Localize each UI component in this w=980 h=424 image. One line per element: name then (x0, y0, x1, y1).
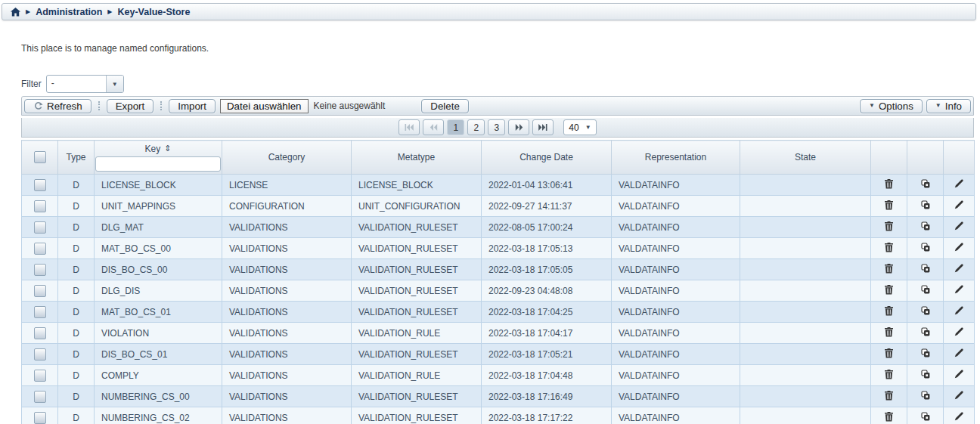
edit-pencil-icon[interactable] (944, 306, 974, 315)
row-checkbox[interactable] (34, 285, 46, 297)
row-checkbox[interactable] (34, 200, 46, 212)
filter-dropdown[interactable]: - ▼ (46, 75, 124, 93)
cell-key: DIS_BO_CS_00 (95, 259, 222, 280)
trash-icon[interactable] (871, 412, 907, 422)
copy-icon[interactable] (907, 348, 943, 357)
cell-change-date: 2022-03-18 17:04:17 (482, 323, 612, 344)
copy-icon[interactable] (907, 327, 943, 336)
edit-pencil-icon[interactable] (944, 370, 974, 379)
previous-page-button[interactable] (423, 119, 444, 135)
trash-icon[interactable] (871, 348, 907, 358)
cell-change-date: 2022-03-18 17:05:21 (482, 344, 612, 365)
trash-icon[interactable] (871, 221, 907, 231)
export-button[interactable]: Export (107, 99, 154, 113)
row-checkbox[interactable] (34, 179, 46, 191)
cell-category: VALIDATIONS (222, 259, 352, 280)
edit-pencil-icon[interactable] (944, 243, 974, 252)
page-description: This place is to manage named configurat… (21, 43, 209, 54)
trash-icon[interactable] (871, 243, 907, 252)
cell-state (740, 175, 871, 196)
cell-delete-action (871, 386, 907, 407)
breadcrumb-item-key-value-store[interactable]: Key-Value-Store (118, 7, 191, 17)
copy-icon[interactable] (907, 264, 943, 273)
edit-pencil-icon[interactable] (944, 179, 974, 188)
row-checkbox[interactable] (34, 243, 46, 255)
trash-icon[interactable] (871, 200, 907, 210)
trash-icon[interactable] (871, 327, 907, 337)
edit-pencil-icon[interactable] (944, 412, 974, 421)
delete-button[interactable]: Delete (421, 99, 469, 113)
cell-copy-action (907, 386, 944, 407)
last-page-button[interactable] (532, 119, 554, 135)
copy-icon[interactable] (907, 391, 943, 400)
import-button[interactable]: Import (169, 99, 216, 113)
cell-delete-action (871, 175, 907, 196)
copy-icon[interactable] (907, 243, 943, 252)
paginator: 1 2 3 40 ▼ (21, 118, 974, 138)
row-checkbox[interactable] (34, 391, 46, 403)
copy-icon[interactable] (907, 285, 943, 294)
choose-file-button[interactable]: Datei auswählen (220, 99, 309, 113)
trash-icon[interactable] (871, 179, 907, 189)
filter-dropdown-arrow-icon[interactable]: ▼ (106, 76, 123, 92)
copy-icon[interactable] (907, 412, 943, 421)
home-icon[interactable] (11, 8, 20, 17)
header-key[interactable]: Key ⇕ (95, 141, 222, 175)
cell-change-date: 2022-08-05 17:00:24 (482, 217, 612, 238)
chevron-down-icon: ▼ (935, 103, 941, 109)
row-checkbox[interactable] (34, 348, 46, 361)
edit-pencil-icon[interactable] (944, 285, 974, 294)
edit-pencil-icon[interactable] (944, 221, 974, 231)
breadcrumb-item-administration[interactable]: Administration (36, 7, 102, 17)
trash-icon[interactable] (871, 264, 907, 274)
page-button-2[interactable]: 2 (467, 119, 485, 135)
copy-icon[interactable] (907, 370, 943, 379)
cell-category: VALIDATIONS (222, 386, 352, 407)
cell-category: VALIDATIONS (222, 238, 352, 259)
row-checkbox[interactable] (34, 264, 46, 276)
first-page-button[interactable] (399, 119, 420, 135)
edit-pencil-icon[interactable] (944, 327, 974, 336)
sort-icon[interactable]: ⇕ (164, 144, 171, 153)
copy-icon[interactable] (907, 306, 943, 315)
options-menu-button[interactable]: ▼ Options (860, 99, 923, 113)
row-checkbox[interactable] (34, 306, 46, 318)
next-page-button[interactable] (508, 119, 529, 135)
cell-checkbox (22, 323, 58, 344)
row-checkbox[interactable] (34, 412, 46, 424)
cell-state (740, 407, 871, 424)
cell-edit-action (944, 302, 975, 323)
cell-representation: VALDATAINFO (612, 280, 740, 302)
trash-icon[interactable] (871, 370, 907, 379)
copy-icon[interactable] (907, 179, 943, 188)
copy-icon[interactable] (907, 221, 943, 231)
info-menu-button[interactable]: ▼ Info (926, 99, 971, 113)
cell-key: NUMBERING_CS_02 (95, 407, 222, 424)
cell-category: VALIDATIONS (222, 344, 352, 365)
trash-icon[interactable] (871, 391, 907, 401)
cell-representation: VALDATAINFO (612, 238, 740, 259)
trash-icon[interactable] (871, 306, 907, 316)
row-checkbox[interactable] (34, 327, 46, 339)
edit-pencil-icon[interactable] (944, 391, 974, 400)
page-button-1[interactable]: 1 (447, 119, 464, 135)
select-all-checkbox[interactable] (34, 151, 46, 163)
edit-pencil-icon[interactable] (944, 264, 974, 273)
key-filter-input[interactable] (95, 156, 221, 172)
page-button-3[interactable]: 3 (488, 119, 505, 135)
cell-edit-action (944, 386, 975, 407)
row-checkbox[interactable] (34, 221, 46, 234)
copy-icon[interactable] (907, 200, 943, 209)
cell-metatype: VALIDATION_RULE (352, 323, 482, 344)
edit-pencil-icon[interactable] (944, 348, 974, 357)
cell-type: D (58, 365, 95, 386)
cell-state (740, 217, 871, 238)
edit-pencil-icon[interactable] (944, 200, 974, 209)
breadcrumb-separator-icon: ▶ (107, 9, 112, 15)
trash-icon[interactable] (871, 285, 907, 295)
cell-type: D (58, 217, 95, 238)
row-checkbox[interactable] (34, 370, 46, 382)
header-change-date: Change Date (482, 141, 612, 175)
refresh-button[interactable]: Refresh (24, 99, 91, 113)
page-size-select[interactable]: 40 ▼ (563, 119, 596, 135)
